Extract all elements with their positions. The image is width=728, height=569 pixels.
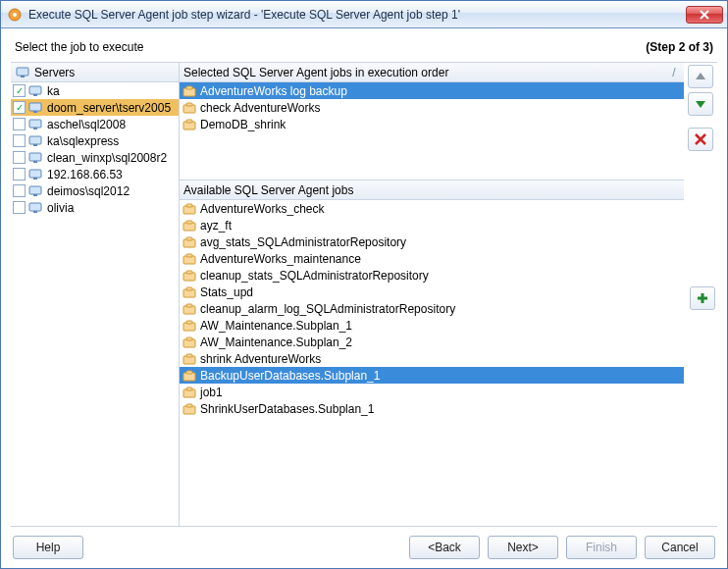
server-row[interactable]: ka\sqlexpress <box>11 132 179 149</box>
servers-column-header[interactable]: Servers <box>11 63 179 82</box>
server-row[interactable]: deimos\sql2012 <box>11 182 179 199</box>
server-checkbox[interactable] <box>13 168 26 181</box>
server-checkbox[interactable]: ✓ <box>13 101 26 114</box>
selected-jobs-header[interactable]: Selected SQL Server Agent jobs in execut… <box>180 63 684 82</box>
server-row[interactable]: ✓ka <box>11 82 179 99</box>
job-row[interactable]: ayz_ft <box>180 217 684 233</box>
job-name: AW_Maintenance.Subplan_1 <box>200 319 352 333</box>
server-checkbox[interactable] <box>13 151 26 164</box>
available-jobs-list[interactable]: AdventureWorks_checkayz_ftavg_stats_SQLA… <box>180 200 684 526</box>
app-icon <box>7 7 23 23</box>
move-down-button[interactable] <box>688 92 713 116</box>
job-name: AdventureWorks_maintenance <box>200 252 361 266</box>
job-row[interactable]: BackupUserDatabases.Subplan_1 <box>180 367 684 384</box>
job-row[interactable]: ShrinkUserDatabases.Subplan_1 <box>180 400 684 417</box>
svg-rect-39 <box>186 304 192 307</box>
job-row[interactable]: DemoDB_shrink <box>180 116 684 132</box>
server-row[interactable]: clean_winxp\sql2008r2 <box>11 149 179 166</box>
server-icon <box>28 118 44 131</box>
job-row[interactable]: job1 <box>180 384 684 400</box>
help-button[interactable]: Help <box>13 536 83 559</box>
server-list[interactable]: ✓ka✓doom_server\tserv2005aschel\sql2008k… <box>11 82 179 526</box>
job-name: BackupUserDatabases.Subplan_1 <box>200 369 380 383</box>
server-icon <box>28 134 44 148</box>
wizard-header: Select the job to execute (Step 2 of 3) <box>1 28 727 62</box>
add-button[interactable] <box>690 286 715 310</box>
job-row[interactable]: AdventureWorks_maintenance <box>180 250 684 267</box>
job-row[interactable]: Stats_upd <box>180 284 684 300</box>
svg-rect-5 <box>33 94 37 96</box>
svg-rect-45 <box>186 354 192 357</box>
job-row[interactable]: AW_Maintenance.Subplan_2 <box>180 334 684 350</box>
job-icon <box>182 352 197 366</box>
svg-rect-27 <box>186 204 192 207</box>
job-name: Stats_upd <box>200 285 253 299</box>
cancel-button[interactable]: Cancel <box>645 536 715 559</box>
server-checkbox[interactable] <box>13 118 26 130</box>
server-name: deimos\sql2012 <box>47 184 130 198</box>
job-row[interactable]: shrink AdventureWorks <box>180 350 684 367</box>
svg-rect-8 <box>29 120 41 128</box>
selected-jobs-panel: Selected SQL Server Agent jobs in execut… <box>180 63 684 181</box>
job-icon <box>182 118 197 131</box>
server-row[interactable]: olivia <box>11 199 179 216</box>
job-name: ayz_ft <box>200 219 232 233</box>
server-row[interactable]: aschel\sql2008 <box>11 116 179 132</box>
job-row[interactable]: cleanup_alarm_log_SQLAdministratorReposi… <box>180 300 684 317</box>
reorder-buttons <box>688 65 715 151</box>
server-row[interactable]: ✓doom_server\tserv2005 <box>11 99 179 116</box>
job-row[interactable]: AW_Maintenance.Subplan_1 <box>180 317 684 334</box>
server-name: olivia <box>47 201 74 215</box>
job-row[interactable]: cleanup_stats_SQLAdministratorRepository <box>180 267 684 284</box>
svg-rect-31 <box>186 237 192 240</box>
server-checkbox[interactable]: ✓ <box>13 84 26 97</box>
back-button[interactable]: <Back <box>409 536 480 559</box>
svg-rect-25 <box>186 120 192 123</box>
selected-jobs-header-label: Selected SQL Server Agent jobs in execut… <box>183 66 664 79</box>
job-icon <box>182 386 197 399</box>
close-button[interactable] <box>686 6 723 24</box>
wizard-footer: Help <Back Next> Finish Cancel <box>1 527 727 568</box>
job-icon <box>182 219 197 233</box>
job-icon <box>182 84 197 98</box>
job-name: shrink AdventureWorks <box>200 352 321 366</box>
job-icon <box>182 285 197 299</box>
svg-rect-41 <box>186 321 192 324</box>
server-row[interactable]: 192.168.66.53 <box>11 166 179 182</box>
svg-rect-12 <box>29 153 41 161</box>
server-icon <box>28 151 44 165</box>
servers-pane: Servers ✓ka✓doom_server\tserv2005aschel\… <box>11 63 180 526</box>
svg-rect-9 <box>33 128 37 129</box>
server-checkbox[interactable] <box>13 134 26 147</box>
job-name: cleanup_alarm_log_SQLAdministratorReposi… <box>200 302 455 316</box>
available-jobs-header[interactable]: Available SQL Server Agent jobs <box>180 181 684 200</box>
server-checkbox[interactable] <box>13 184 26 197</box>
svg-rect-2 <box>17 68 28 76</box>
svg-rect-14 <box>29 170 41 178</box>
svg-rect-37 <box>186 287 192 290</box>
svg-rect-51 <box>186 404 192 407</box>
job-row[interactable]: check AdventureWorks <box>180 99 684 116</box>
server-checkbox[interactable] <box>13 201 26 214</box>
move-up-button[interactable] <box>688 65 713 88</box>
job-icon <box>182 319 197 333</box>
job-icon <box>182 101 197 115</box>
job-row[interactable]: avg_stats_SQLAdministratorRepository <box>180 233 684 250</box>
svg-rect-47 <box>186 371 192 374</box>
sort-indicator: / <box>668 66 680 79</box>
svg-rect-13 <box>33 161 37 163</box>
next-button[interactable]: Next> <box>488 536 558 559</box>
svg-rect-33 <box>186 254 192 257</box>
selected-jobs-list[interactable]: AdventureWorks log backupcheck Adventure… <box>180 82 684 180</box>
job-row[interactable]: AdventureWorks log backup <box>180 82 684 99</box>
server-name: clean_winxp\sql2008r2 <box>47 151 167 165</box>
job-row[interactable]: AdventureWorks_check <box>180 200 684 217</box>
available-jobs-header-label: Available SQL Server Agent jobs <box>183 183 353 197</box>
job-name: check AdventureWorks <box>200 101 321 115</box>
wizard-body: Servers ✓ka✓doom_server\tserv2005aschel\… <box>11 62 717 527</box>
svg-rect-10 <box>29 136 41 144</box>
remove-button[interactable] <box>688 128 713 151</box>
server-icon <box>28 101 44 115</box>
job-name: AdventureWorks_check <box>200 202 325 216</box>
server-icon <box>28 168 44 181</box>
